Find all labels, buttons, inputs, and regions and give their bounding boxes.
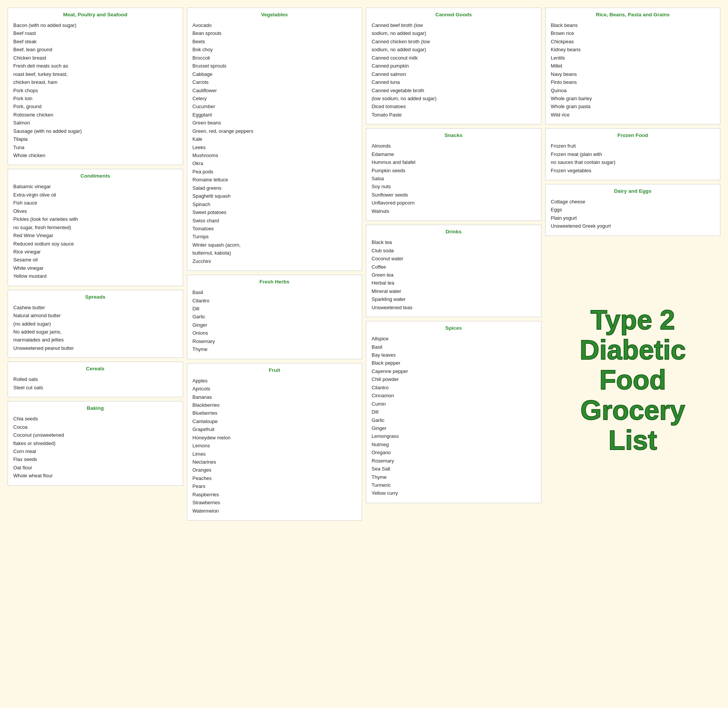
list-item: Canned beef broth (low xyxy=(372,21,536,29)
list-item: Natural almond butter xyxy=(13,312,177,319)
list-item: Rice vinegar xyxy=(13,248,177,256)
list-item: Frozen fruit xyxy=(551,142,715,150)
card-drinks: DrinksBlack teaClub sodaCoconut waterCof… xyxy=(366,225,541,317)
list-item: Canned vegetable broth xyxy=(372,87,536,94)
list-item: Beets xyxy=(193,38,357,46)
list-item: Dill xyxy=(193,305,357,313)
card-fruit: FruitApplesApricotsBananasBlackberriesBl… xyxy=(187,363,362,521)
card-items-canned-goods: Canned beef broth (lowsodium, no added s… xyxy=(372,21,536,119)
card-items-cereals: Rolled oatsSteel cut oats xyxy=(13,375,177,392)
card-items-fruit: ApplesApricotsBananasBlackberriesBlueber… xyxy=(193,377,357,515)
list-item: Canned tuna xyxy=(372,78,536,86)
list-item: Canned salmon xyxy=(372,70,536,78)
list-item: Coconut (unsweetened xyxy=(13,431,177,439)
list-item: Black beans xyxy=(551,21,715,29)
list-item: Thyme xyxy=(372,473,536,481)
card-title-condiments: Condiments xyxy=(13,173,177,179)
list-item: Coffee xyxy=(372,263,536,271)
card-snacks: SnacksAlmondsEdamameHummus and falafelPu… xyxy=(366,128,541,221)
card-title-meat: Meat, Poultry and Seafood xyxy=(13,12,177,17)
list-item: Cantaloupe xyxy=(193,417,357,425)
list-item: Chia seeds xyxy=(13,415,177,423)
list-item: Ginger xyxy=(372,424,536,432)
card-title-cereals: Cereals xyxy=(13,366,177,371)
list-item: Hummus and falafel xyxy=(372,158,536,166)
card-items-drinks: Black teaClub sodaCoconut waterCoffeeGre… xyxy=(372,238,536,312)
list-item: Whole chicken xyxy=(13,151,177,159)
list-item: Club soda xyxy=(372,247,536,255)
list-item: (low sodium, no added sugar) xyxy=(372,94,536,102)
card-title-snacks: Snacks xyxy=(372,132,536,138)
list-item: Rolled oats xyxy=(13,375,177,383)
list-item: Frozen vegetables xyxy=(551,167,715,175)
list-item: Basil xyxy=(372,343,536,351)
list-item: no sauces that contain sugar) xyxy=(551,158,715,166)
card-title-drinks: Drinks xyxy=(372,229,536,234)
list-item: Canned coconut milk xyxy=(372,54,536,62)
list-item: Cinnamon xyxy=(372,392,536,400)
list-item: Apples xyxy=(193,377,357,385)
list-item: Zucchini xyxy=(193,257,357,265)
list-item: Pork loin xyxy=(13,94,177,102)
list-item: Limes xyxy=(193,450,357,458)
list-item: Flax seeds xyxy=(13,455,177,463)
list-item: Almonds xyxy=(372,142,536,150)
list-item: Leeks xyxy=(193,143,357,151)
list-item: Yellow curry xyxy=(372,489,536,497)
list-item: Spinach xyxy=(193,200,357,208)
list-item: Corn meal xyxy=(13,447,177,455)
card-title-spreads: Spreads xyxy=(13,294,177,300)
list-item: Allspice xyxy=(372,335,536,343)
card-spreads: SpreadsCashew butterNatural almond butte… xyxy=(8,290,183,358)
list-item: Sesame oil xyxy=(13,256,177,264)
list-item: Bananas xyxy=(193,393,357,401)
list-item: Cabbage xyxy=(193,70,357,78)
list-item: Mineral water xyxy=(372,287,536,295)
list-item: Peaches xyxy=(193,474,357,482)
list-item: Cashew butter xyxy=(13,304,177,312)
list-item: Broccoli xyxy=(193,54,357,62)
card-items-condiments: Balsamic vinegarExtra-virgin olive oilFi… xyxy=(13,183,177,280)
list-item: Nutmeg xyxy=(372,441,536,448)
list-item: Lemongrass xyxy=(372,432,536,440)
list-item: Pears xyxy=(193,482,357,490)
column-2: VegetablesAvocadoBean sproutsBeetsBok ch… xyxy=(187,8,362,521)
list-item: Quinoa xyxy=(551,87,715,94)
list-item: Salmon xyxy=(13,119,177,127)
list-item: Pork chops xyxy=(13,87,177,94)
list-item: Sausage (with no added sugar) xyxy=(13,127,177,135)
list-item: Black tea xyxy=(372,238,536,246)
list-item: Black pepper xyxy=(372,359,536,367)
card-dairy-eggs: Dairy and EggsCottage cheeseEggsPlain yo… xyxy=(545,184,721,236)
list-item: Wild rice xyxy=(551,111,715,119)
list-item: Unsweetened teas xyxy=(372,304,536,312)
list-item: Kidney beans xyxy=(551,46,715,53)
list-item: Green beans xyxy=(193,119,357,127)
list-item: sodium, no added sugar) xyxy=(372,29,536,37)
list-item: Eggplant xyxy=(193,111,357,119)
list-item: Unsweetened peanut butter xyxy=(13,344,177,352)
list-item: Bean sprouts xyxy=(193,29,357,37)
list-item: Salad greens xyxy=(193,184,357,192)
list-item: Cauliflower xyxy=(193,87,357,94)
list-item: Onions xyxy=(193,329,357,337)
list-item: Beef, lean ground xyxy=(13,46,177,53)
column-3: Canned GoodsCanned beef broth (lowsodium… xyxy=(366,8,541,521)
list-item: chicken breast, ham xyxy=(13,78,177,86)
list-item: Nectarines xyxy=(193,458,357,466)
card-items-baking: Chia seedsCocoaCoconut (unsweetenedflake… xyxy=(13,415,177,480)
list-item: Tuna xyxy=(13,143,177,151)
list-item: Balsamic vinegar xyxy=(13,183,177,190)
card-title-dairy-eggs: Dairy and Eggs xyxy=(551,188,715,194)
list-item: Chili powder xyxy=(372,375,536,383)
list-item: Canned pumpkin xyxy=(372,62,536,70)
list-item: Green, red, orange peppers xyxy=(193,127,357,135)
list-item: Celery xyxy=(193,94,357,102)
card-items-vegetables: AvocadoBean sproutsBeetsBok choyBroccoli… xyxy=(193,21,357,265)
list-item: Chicken breast xyxy=(13,54,177,62)
list-item: Sunflower seeds xyxy=(372,191,536,199)
list-item: Pinto beans xyxy=(551,78,715,86)
card-cereals: CerealsRolled oatsSteel cut oats xyxy=(8,362,183,397)
list-item: Rotisserie chicken xyxy=(13,111,177,119)
list-item: Tomato Paste xyxy=(372,111,536,119)
